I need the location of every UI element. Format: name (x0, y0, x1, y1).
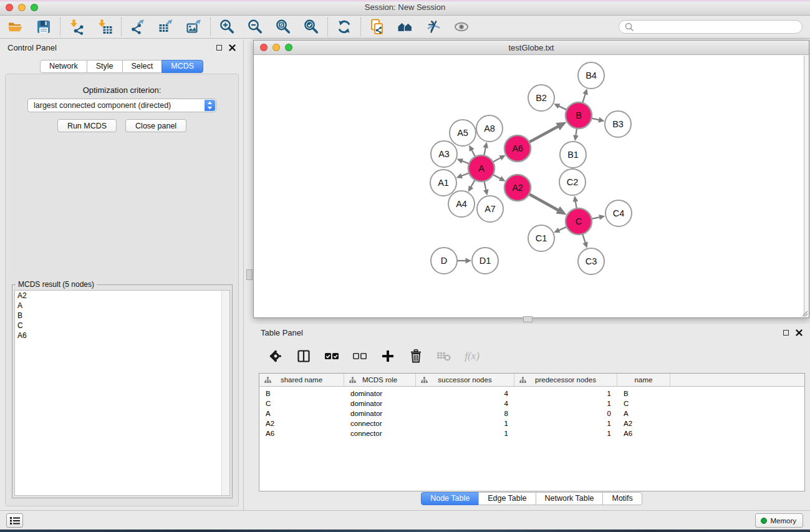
table-cell[interactable]: 1 (514, 420, 617, 427)
table-cell[interactable]: connector (344, 420, 416, 427)
unselect-all-columns-button[interactable] (352, 349, 367, 364)
graph-edge-A-A7[interactable] (484, 181, 486, 191)
column-header-successor-nodes[interactable]: successor nodes (416, 374, 514, 386)
mcds-result-item[interactable]: C (15, 321, 229, 331)
graph-edge-C-C2[interactable] (576, 201, 577, 208)
refresh-view-button[interactable] (336, 19, 352, 35)
table-row[interactable]: Adominator80A (259, 409, 804, 418)
mcds-result-item[interactable]: A (15, 301, 229, 311)
table-cell[interactable]: 4 (416, 400, 514, 407)
table-cell[interactable]: 1 (416, 420, 514, 427)
table-cell[interactable]: 4 (416, 390, 514, 397)
mcds-result-item[interactable]: B (15, 311, 229, 321)
float-panel-icon[interactable] (783, 330, 789, 336)
graphics-details-eye-button[interactable] (453, 19, 470, 35)
float-panel-icon[interactable] (216, 45, 222, 51)
table-settings-button[interactable] (268, 349, 283, 364)
graph-edge-A-A5[interactable] (471, 150, 475, 157)
graph-edge-A-A4[interactable] (471, 180, 475, 187)
close-panel-icon[interactable] (229, 44, 236, 51)
horizontal-splitter-handle[interactable] (523, 316, 533, 322)
graph-edge-A-A2[interactable] (493, 175, 501, 179)
table-cell[interactable]: A (259, 410, 344, 417)
add-column-button[interactable] (380, 349, 395, 364)
graph-edge-B-B2[interactable] (559, 106, 567, 110)
graph-edge-B-B4[interactable] (582, 94, 586, 103)
table-cell[interactable]: C (617, 400, 670, 407)
table-row[interactable]: A2connector11A2 (259, 418, 804, 428)
import-network-button[interactable] (69, 19, 85, 35)
table-cell[interactable]: 1 (416, 430, 514, 437)
table-cell[interactable]: A6 (617, 430, 670, 437)
graph-edge-C-C4[interactable] (592, 217, 600, 219)
graph-edge-A-A8[interactable] (484, 147, 486, 156)
tab-network[interactable]: Network (40, 60, 87, 73)
close-panel-icon[interactable] (796, 329, 803, 336)
search-input[interactable] (637, 22, 797, 31)
zoom-fit-button[interactable] (275, 19, 291, 35)
mcds-result-list[interactable]: A2ABCA6 (14, 290, 230, 496)
zoom-out-button[interactable] (247, 19, 263, 35)
tab-motifs[interactable]: Motifs (602, 492, 642, 505)
network-window-titlebar[interactable]: testGlobe.txt (254, 41, 809, 55)
graph-edge-C-C1[interactable] (559, 227, 567, 231)
run-mcds-button[interactable]: Run MCDS (57, 119, 117, 132)
graph-edge-A-A3[interactable] (461, 161, 469, 164)
table-row[interactable]: Cdominator41C (259, 399, 804, 409)
show-hide-graphics-details-button[interactable] (425, 19, 441, 35)
scrollbar-track[interactable] (221, 291, 229, 495)
network-canvas[interactable]: B4B2BB3B1A5A8A6A3AA1A2A4A7C2C4CC1C3DD1 (254, 56, 804, 317)
column-header-predecessor-nodes[interactable]: predecessor nodes (514, 374, 617, 386)
graph-edge-A-A6[interactable] (493, 158, 501, 162)
close-panel-button[interactable]: Close panel (125, 119, 186, 132)
new-network-from-selection-button[interactable] (369, 19, 385, 35)
graph-edge-A2-C[interactable] (529, 194, 558, 210)
vertical-splitter-handle[interactable] (246, 269, 253, 280)
graph-edge-C-C3[interactable] (582, 234, 586, 243)
delete-columns-button[interactable] (408, 349, 423, 364)
table-cell[interactable]: B (259, 390, 344, 397)
criterion-select[interactable]: largest connected component (directed) (27, 99, 216, 112)
table-row[interactable]: Bdominator41B (259, 389, 804, 399)
table-cell[interactable]: dominator (344, 410, 416, 417)
tab-node-table[interactable]: Node Table (421, 492, 479, 505)
graph-edge-A6-B[interactable] (529, 127, 558, 142)
tab-style[interactable]: Style (87, 60, 123, 73)
delete-table-button[interactable] (436, 349, 451, 364)
zoom-in-button[interactable] (219, 19, 235, 35)
table-cell[interactable]: A6 (259, 430, 344, 437)
mcds-result-item[interactable]: A2 (15, 291, 229, 301)
import-table-button[interactable] (97, 19, 113, 35)
column-header-name[interactable]: name (617, 374, 670, 386)
table-cell[interactable]: 1 (514, 400, 617, 407)
hide-panels-button[interactable] (397, 19, 413, 35)
select-all-columns-button[interactable] (324, 349, 339, 364)
export-network-button[interactable] (130, 19, 146, 35)
show-columns-button[interactable] (296, 349, 311, 364)
tab-network-table[interactable]: Network Table (536, 492, 604, 505)
tab-mcds[interactable]: MCDS (162, 60, 203, 73)
table-cell[interactable]: connector (344, 430, 416, 437)
tab-edge-table[interactable]: Edge Table (478, 492, 536, 505)
graph-edge-B-B3[interactable] (591, 118, 599, 120)
export-image-button[interactable] (186, 19, 202, 35)
table-cell[interactable]: dominator (344, 400, 416, 407)
table-row[interactable]: A6connector11A6 (259, 428, 804, 438)
column-header-mcds-role[interactable]: MCDS role (344, 374, 416, 386)
table-cell[interactable]: 1 (514, 430, 617, 437)
save-session-button[interactable] (36, 19, 52, 35)
table-cell[interactable]: A (617, 410, 670, 417)
table-cell[interactable]: A2 (617, 420, 670, 427)
search-field[interactable] (619, 20, 803, 34)
table-cell[interactable]: 0 (514, 410, 617, 417)
table-cell[interactable]: A2 (259, 420, 344, 427)
function-builder-button[interactable]: f(x) (465, 349, 480, 364)
task-history-button[interactable] (6, 513, 23, 528)
export-table-button[interactable] (158, 19, 174, 35)
graph-edge-A-A1[interactable] (461, 173, 470, 176)
open-session-button[interactable] (7, 19, 24, 35)
tab-select[interactable]: Select (122, 60, 163, 73)
zoom-selected-button[interactable] (303, 19, 319, 35)
resize-grip-icon[interactable] (801, 309, 808, 317)
table-cell[interactable]: 1 (514, 390, 617, 397)
